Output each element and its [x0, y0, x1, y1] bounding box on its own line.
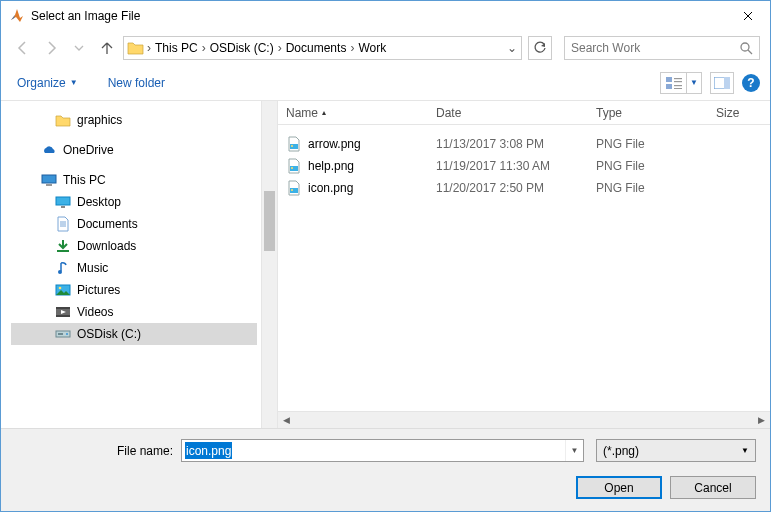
svg-rect-8	[724, 77, 730, 89]
column-name[interactable]: Name▴	[278, 101, 428, 124]
preview-pane-button[interactable]	[710, 72, 734, 94]
search-icon	[739, 41, 753, 55]
breadcrumb-segment[interactable]: Work	[355, 41, 389, 55]
scroll-right-icon[interactable]: ▶	[753, 412, 770, 428]
search-box[interactable]	[564, 36, 760, 60]
tree-item-onedrive[interactable]: OneDrive	[11, 139, 257, 161]
svg-rect-19	[56, 315, 70, 317]
svg-point-21	[66, 333, 68, 335]
tree-item-desktop[interactable]: Desktop	[11, 191, 257, 213]
organize-menu[interactable]: Organize ▼	[11, 72, 84, 94]
svg-point-14	[58, 270, 62, 274]
filename-input[interactable]	[182, 444, 565, 458]
help-button[interactable]: ?	[742, 74, 760, 92]
downloads-icon	[55, 238, 71, 254]
breadcrumb-segment[interactable]: OSDisk (C:)	[207, 41, 277, 55]
up-button[interactable]	[95, 36, 119, 60]
music-icon	[55, 260, 71, 276]
tree-scrollbar[interactable]	[261, 101, 278, 428]
file-row[interactable]: icon.png11/20/2017 2:50 PMPNG File	[278, 177, 770, 199]
tree-item-graphics[interactable]: graphics	[11, 109, 257, 131]
svg-rect-11	[56, 197, 70, 205]
matlab-icon	[9, 8, 25, 24]
file-list[interactable]: arrow.png11/13/2017 3:08 PMPNG Filehelp.…	[278, 125, 770, 411]
filename-history-dropdown[interactable]: ▼	[565, 440, 583, 461]
breadcrumb-segment[interactable]: Documents	[283, 41, 350, 55]
tree-item-music[interactable]: Music	[11, 257, 257, 279]
desktop-icon	[55, 194, 71, 210]
svg-rect-22	[58, 333, 63, 335]
change-view-button[interactable]: ▼	[660, 72, 702, 94]
svg-point-26	[291, 167, 293, 169]
svg-point-16	[59, 287, 62, 290]
column-date[interactable]: Date	[428, 101, 588, 124]
cancel-button[interactable]: Cancel	[670, 476, 756, 499]
svg-rect-12	[61, 206, 65, 208]
svg-point-24	[291, 145, 293, 147]
svg-point-28	[291, 189, 293, 191]
file-name: arrow.png	[308, 137, 361, 151]
videos-icon	[55, 304, 71, 320]
new-folder-button[interactable]: New folder	[102, 72, 171, 94]
file-date: 11/13/2017 3:08 PM	[428, 137, 588, 151]
sort-asc-icon: ▴	[322, 108, 326, 117]
file-type: PNG File	[588, 181, 708, 195]
command-bar: Organize ▼ New folder ▼ ?	[1, 65, 770, 101]
file-type: PNG File	[588, 159, 708, 173]
file-row[interactable]: arrow.png11/13/2017 3:08 PMPNG File	[278, 133, 770, 155]
svg-rect-13	[57, 250, 69, 252]
png-icon	[286, 180, 302, 196]
search-input[interactable]	[571, 41, 739, 55]
file-row[interactable]: help.png11/19/2017 11:30 AMPNG File	[278, 155, 770, 177]
tree-label: OneDrive	[63, 143, 114, 157]
svg-rect-5	[674, 85, 682, 86]
organize-label: Organize	[17, 76, 66, 90]
new-folder-label: New folder	[108, 76, 165, 90]
svg-rect-10	[46, 184, 52, 186]
scroll-thumb[interactable]	[264, 191, 275, 251]
address-bar[interactable]: › This PC › OSDisk (C:) › Documents › Wo…	[123, 36, 522, 60]
column-size[interactable]: Size	[708, 101, 770, 124]
open-button[interactable]: Open	[576, 476, 662, 499]
file-filter-dropdown[interactable]: (*.png) ▼	[596, 439, 756, 462]
folder-tree[interactable]: graphicsOneDriveThis PCDesktopDocumentsD…	[1, 101, 261, 428]
file-header[interactable]: Name▴ Date Type Size	[278, 101, 770, 125]
tree-item-pictures[interactable]: Pictures	[11, 279, 257, 301]
footer: File name: icon.png ▼ (*.png) ▼ Open Can…	[1, 428, 770, 511]
chevron-down-icon[interactable]: ▼	[686, 72, 702, 94]
tree-item-osdisk-c-[interactable]: OSDisk (C:)	[11, 323, 257, 345]
back-button[interactable]	[11, 36, 35, 60]
window-title: Select an Image File	[31, 9, 140, 23]
svg-rect-6	[674, 88, 682, 89]
scroll-left-icon[interactable]: ◀	[278, 412, 295, 428]
tree-label: Pictures	[77, 283, 120, 297]
filename-selection: icon.png	[185, 442, 232, 459]
svg-rect-1	[666, 77, 672, 82]
tree-label: Videos	[77, 305, 113, 319]
filename-combobox[interactable]: icon.png ▼	[181, 439, 584, 462]
pictures-icon	[55, 282, 71, 298]
png-icon	[286, 136, 302, 152]
recent-dropdown[interactable]	[67, 36, 91, 60]
tree-item-this-pc[interactable]: This PC	[11, 169, 257, 191]
file-pane: Name▴ Date Type Size arrow.png11/13/2017…	[278, 101, 770, 428]
filter-label: (*.png)	[603, 444, 639, 458]
documents-icon	[55, 216, 71, 232]
tree-item-videos[interactable]: Videos	[11, 301, 257, 323]
forward-button[interactable]	[39, 36, 63, 60]
horizontal-scrollbar[interactable]: ◀ ▶	[278, 411, 770, 428]
address-history-dropdown[interactable]: ⌄	[505, 41, 519, 55]
chevron-down-icon: ▼	[741, 446, 749, 455]
tree-item-documents[interactable]: Documents	[11, 213, 257, 235]
file-name: icon.png	[308, 181, 353, 195]
folder-icon	[126, 38, 146, 58]
tree-item-downloads[interactable]: Downloads	[11, 235, 257, 257]
refresh-button[interactable]	[528, 36, 552, 60]
title-bar: Select an Image File	[1, 1, 770, 31]
tree-label: Documents	[77, 217, 138, 231]
svg-rect-9	[42, 175, 56, 183]
close-button[interactable]	[725, 1, 770, 31]
breadcrumb-segment[interactable]: This PC	[152, 41, 201, 55]
file-date: 11/19/2017 11:30 AM	[428, 159, 588, 173]
column-type[interactable]: Type	[588, 101, 708, 124]
